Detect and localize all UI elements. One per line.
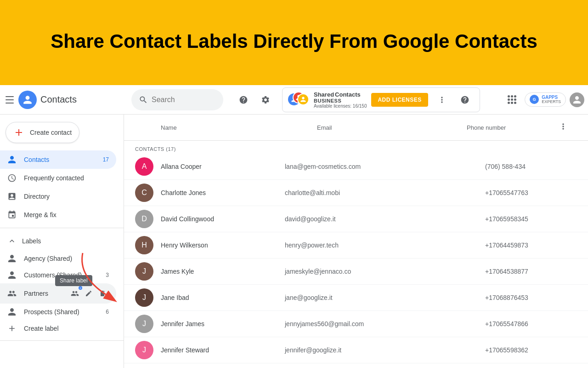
labels-section-header[interactable]: Labels [0, 232, 124, 250]
contacts-icon [7, 155, 17, 164]
contact-name: David Collingwood [161, 215, 285, 223]
partners-label-icon [7, 289, 17, 298]
contact-name: Allana Cooper [161, 163, 285, 170]
label-item-partners[interactable]: Partners + [0, 283, 116, 304]
sc-title: Shared [314, 91, 334, 98]
contact-name: Jennifer Steward [161, 346, 285, 354]
contact-email: jennifer@googlize.it [285, 346, 485, 354]
sidebar-item-contacts[interactable]: Contacts 17 [0, 150, 116, 169]
contact-row[interactable]: C Charlotte Jones charlotte@alti.mobi +1… [124, 180, 588, 206]
contact-row[interactable]: H Henry Wilkerson henry@power.tech +1706… [124, 232, 588, 259]
contact-phone: +17065958345 [485, 215, 577, 223]
prospects-label: Prospects (Shared) [24, 308, 98, 316]
contact-phone: +17065547866 [485, 320, 577, 328]
page-banner: Share Contact Labels Directly From Googl… [0, 0, 588, 85]
create-contact-plus-icon [13, 127, 24, 138]
add-licenses-button[interactable]: ADD LICENSES [371, 93, 428, 107]
contact-email: charlotte@alti.mobi [285, 189, 485, 196]
contact-avatar: J [135, 262, 153, 281]
create-label-icon [7, 324, 17, 333]
search-icon [139, 95, 148, 104]
contact-avatar: D [135, 210, 153, 228]
contact-email: jennyjames560@gmail.com [285, 320, 485, 328]
contact-email: henry@power.tech [285, 242, 485, 249]
sidebar-divider-2 [0, 340, 124, 341]
contact-avatar: J [135, 341, 153, 359]
shared-contacts-text: Shared Contacts BUSINESS Available licen… [314, 91, 367, 109]
label-item-prospects[interactable]: Prospects (Shared) 6 [0, 304, 116, 320]
label-item-agency[interactable]: Agency (Shared) [0, 250, 116, 267]
contact-name: Jennifer James [161, 320, 285, 328]
user-avatar[interactable] [570, 92, 584, 107]
contact-name: Charlotte Jones [161, 189, 285, 196]
edit-label-button[interactable] [82, 287, 95, 300]
contact-row[interactable]: J James Kyle jameskyle@jennaco.co +17064… [124, 259, 588, 285]
nav-middle [234, 91, 275, 109]
content-area: Name Email Phone number CONTACTS (17) A … [124, 115, 588, 368]
sc-subtitle: BUSINESS [314, 98, 367, 104]
partners-label-actions: + [68, 287, 109, 300]
hamburger-icon[interactable] [4, 94, 15, 105]
col-actions-header [559, 122, 577, 133]
share-label-button[interactable]: + [68, 287, 81, 300]
contact-phone: +17065598362 [485, 346, 577, 354]
search-bar[interactable] [131, 89, 223, 110]
contact-phone: +17068876453 [485, 294, 577, 301]
create-contact-button[interactable]: Create contact [6, 122, 79, 143]
app-logo [18, 91, 37, 109]
contact-row[interactable]: D David Collingwood david@googlize.it +1… [124, 206, 588, 232]
contact-phone: +17065547763 [485, 189, 577, 196]
contact-row[interactable]: A Allana Cooper lana@gem-cosmetics.com (… [124, 154, 588, 180]
contact-phone: (706) 588-434 [485, 163, 577, 170]
contact-avatar: A [135, 157, 153, 176]
content-header: Name Email Phone number [124, 115, 588, 141]
merge-fix-icon [7, 210, 17, 219]
contacts-badge: 17 [103, 156, 109, 163]
contacts-label: Contacts [24, 156, 96, 163]
nav-left: Contacts [4, 91, 128, 109]
contact-email: lana@gem-cosmetics.com [285, 163, 485, 170]
contact-name: Henry Wilkerson [161, 242, 285, 249]
gapps-experts-badge[interactable]: G GAPPS EXPERTS [525, 92, 566, 107]
contact-email: david@googlize.it [285, 215, 485, 223]
apps-grid-icon[interactable] [503, 91, 521, 109]
search-input[interactable] [152, 96, 216, 104]
delete-label-button[interactable] [96, 287, 109, 300]
contacts-group-label: CONTACTS (17) [124, 141, 588, 154]
sidebar-divider [0, 228, 124, 228]
agency-label-icon [7, 254, 17, 263]
customers-label-icon [7, 270, 17, 280]
contact-row[interactable]: J Jane Ibad jane@googlize.it +1706887645… [124, 285, 588, 311]
sc-menu-icon[interactable] [433, 91, 451, 109]
app-title: Contacts [40, 94, 77, 105]
sidebar-item-directory[interactable]: Directory [0, 187, 116, 206]
sc-title2: Contacts [335, 91, 361, 98]
gapps-logo: G [530, 95, 539, 104]
help-icon[interactable] [234, 91, 253, 109]
contact-phone: +17064538877 [485, 268, 577, 275]
contact-avatar: J [135, 288, 153, 307]
banner-title: Share Contact Labels Directly From Googl… [51, 30, 537, 53]
shared-contacts-banner: Shared Contacts BUSINESS Available licen… [282, 87, 480, 112]
contact-avatar: H [135, 236, 153, 254]
prospects-label-icon [7, 307, 17, 316]
create-label-button[interactable]: Create label [0, 320, 124, 337]
top-nav: Contacts [0, 85, 588, 115]
contact-avatar: J [135, 315, 153, 333]
contact-row[interactable]: J Jennifer James jennyjames560@gmail.com… [124, 311, 588, 337]
contact-row[interactable]: J Jennifer Steward jennifer@googlize.it … [124, 337, 588, 363]
frequently-contacted-label: Frequently contacted [24, 174, 109, 182]
sidebar: Create contact Contacts 17 [0, 115, 124, 368]
sidebar-item-merge-fix[interactable]: Merge & fix [0, 206, 116, 224]
create-label-text: Create label [24, 325, 59, 332]
col-phone-header: Phone number [467, 124, 559, 131]
prospects-badge: 6 [106, 309, 109, 315]
contact-email: jane@googlize.it [285, 294, 485, 301]
sc-help-icon[interactable] [456, 91, 474, 109]
sc-licenses: Available licenses: 16/150 [314, 104, 367, 109]
sidebar-item-frequently-contacted[interactable]: Frequently contacted [0, 169, 116, 187]
col-name-header: Name [161, 124, 317, 131]
settings-icon[interactable] [256, 91, 275, 109]
customers-badge: 3 [106, 272, 109, 278]
contacts-list: A Allana Cooper lana@gem-cosmetics.com (… [124, 154, 588, 363]
